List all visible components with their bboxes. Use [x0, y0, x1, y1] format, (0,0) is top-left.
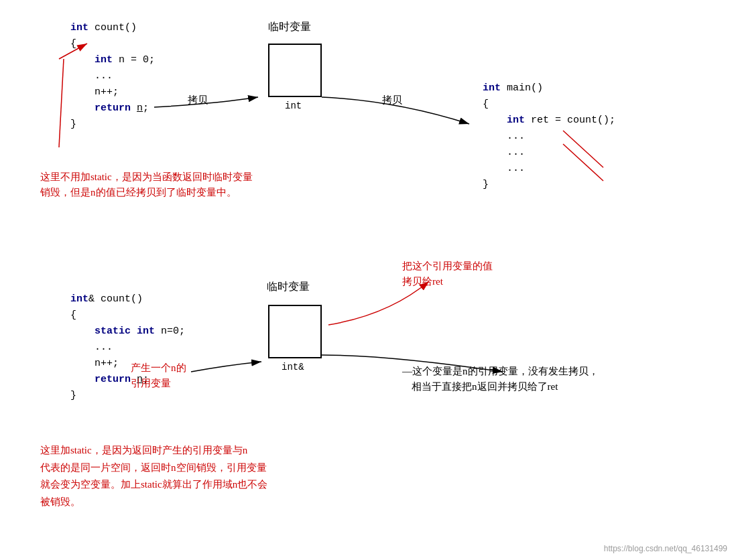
- annotation-static-3: 就会变为空变量。加上static就算出了作用域n也不会: [40, 476, 267, 494]
- annotation-top-1: 这里不用加static，是因为当函数返回时临时变量: [40, 171, 253, 184]
- code-line-main-4: ...: [483, 129, 615, 145]
- svg-line-4: [59, 59, 64, 147]
- code-line-b3: static int n=0;: [70, 324, 185, 340]
- code-line-b4: ...: [70, 340, 185, 356]
- code-line-b1: int& count(): [70, 291, 185, 307]
- page-container: int count() { int n = 0; ... n++; return…: [0, 0, 734, 560]
- code-line-7: }: [70, 117, 155, 133]
- temp-box-1: [268, 44, 322, 97]
- code-line-1: int count(): [70, 20, 155, 36]
- code-line-3: int n = 0;: [70, 52, 155, 68]
- annotation-static-block: 这里加static，是因为返回时产生的引用变量与n 代表的是同一片空间，返回时n…: [40, 442, 267, 510]
- annotation-static-4: 被销毁。: [40, 494, 267, 511]
- code-line-main-7: }: [483, 177, 615, 193]
- annotation-static-2: 代表的是同一片空间，返回时n空间销毁，引用变量: [40, 460, 267, 477]
- annotation-ref-var-2: 相当于直接把n返回并拷贝给了ret: [412, 380, 558, 393]
- code-block-1: int count() { int n = 0; ... n++; return…: [70, 20, 155, 133]
- annotation-ref-1: 产生一个n的: [131, 362, 186, 374]
- temp-var-label-top: 临时变量: [268, 20, 311, 34]
- copy-label-2: 拷贝: [382, 94, 402, 107]
- watermark: https://blog.csdn.net/qq_46131499: [604, 544, 727, 553]
- code-line-2: {: [70, 36, 155, 52]
- box1-type-label: int: [285, 100, 302, 111]
- temp-var-label-bottom: 临时变量: [267, 280, 310, 294]
- temp-box-2: [268, 305, 322, 358]
- code-line-b2: {: [70, 307, 185, 324]
- code-line-b7: }: [70, 388, 185, 404]
- annotation-copy-ref-1: 把这个引用变量的值: [402, 260, 493, 273]
- code-line-main-2: {: [483, 96, 615, 113]
- annotation-copy-ref-2: 拷贝给ret: [402, 275, 443, 288]
- code-line-main-6: ...: [483, 161, 615, 177]
- code-block-2: int main() { int ret = count(); ... ... …: [483, 80, 615, 193]
- code-line-main-5: ...: [483, 145, 615, 161]
- annotation-ref-2: 引用变量: [131, 377, 171, 390]
- annotation-ref-var-1: —这个变量是n的引用变量，没有发生拷贝，: [402, 365, 599, 378]
- box2-type-label: int&: [282, 362, 304, 372]
- code-line-6: return n;: [70, 100, 155, 117]
- copy-label-1: 拷贝: [188, 94, 208, 107]
- code-line-5: n++;: [70, 84, 155, 100]
- annotation-top-2: 销毁，但是n的值已经拷贝到了临时变量中。: [40, 186, 237, 199]
- code-line-main-1: int main(): [483, 80, 615, 96]
- code-line-4: ...: [70, 68, 155, 84]
- annotation-static-1: 这里加static，是因为返回时产生的引用变量与n: [40, 442, 267, 460]
- code-line-main-3: int ret = count();: [483, 113, 615, 129]
